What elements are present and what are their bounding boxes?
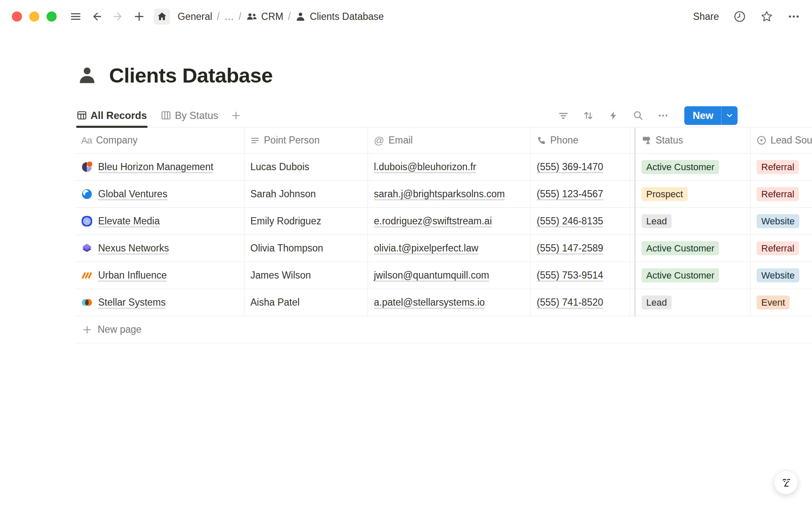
zoom-window-button[interactable] <box>47 11 57 22</box>
company-cell[interactable]: Stellar Systems <box>75 289 244 316</box>
breadcrumb-clients-database[interactable]: Clients Database <box>293 9 386 24</box>
ellipsis-icon[interactable] <box>787 10 800 23</box>
phone-link[interactable]: (555) 147-2589 <box>537 243 603 254</box>
email-cell[interactable]: e.rodriguez@swiftstream.ai <box>368 208 531 235</box>
source-cell[interactable]: Website <box>751 208 812 235</box>
phone-cell[interactable]: (555) 753-9514 <box>531 262 630 289</box>
chevron-down-icon[interactable] <box>721 106 738 125</box>
phone-link[interactable]: (555) 753-9514 <box>537 270 603 281</box>
new-button-label[interactable]: New <box>684 106 721 125</box>
status-cell[interactable]: Active Customer <box>636 154 751 180</box>
status-cell[interactable]: Lead <box>636 208 751 235</box>
email-link[interactable]: olivia.t@pixelperfect.law <box>374 243 478 254</box>
breadcrumb-ellipsis[interactable]: … <box>222 9 236 24</box>
home-button[interactable] <box>154 8 170 25</box>
email-link[interactable]: jwilson@quantumquill.com <box>374 270 489 281</box>
new-page-row[interactable]: New page <box>75 316 812 343</box>
phone-link[interactable]: (555) 741-8520 <box>537 297 603 308</box>
status-cell[interactable]: Active Customer <box>636 262 751 289</box>
new-button[interactable]: New <box>684 106 738 125</box>
column-header-phone[interactable]: Phone <box>531 127 630 153</box>
column-header-company[interactable]: AaCompany <box>75 127 244 153</box>
column-header-email[interactable]: @Email <box>368 127 531 153</box>
company-page-link[interactable]: Nexus Networks <box>98 243 169 254</box>
point-person-cell[interactable]: Lucas Dubois <box>244 154 368 180</box>
phone-cell[interactable]: (555) 147-2589 <box>531 235 630 262</box>
email-cell[interactable]: sarah.j@brightsparksolns.com <box>368 181 531 207</box>
tab-all-records[interactable]: All Records <box>77 104 147 127</box>
back-arrow-icon[interactable] <box>91 10 103 23</box>
filter-icon[interactable] <box>558 110 569 121</box>
source-badge[interactable]: Website <box>757 214 799 228</box>
email-cell[interactable]: l.dubois@bleuhorizon.fr <box>368 154 531 180</box>
status-cell[interactable]: Active Customer <box>636 235 751 262</box>
hamburger-icon[interactable] <box>69 10 82 23</box>
status-badge[interactable]: Active Customer <box>642 160 719 174</box>
breadcrumb-general[interactable]: General <box>175 9 215 24</box>
status-badge[interactable]: Lead <box>642 214 672 228</box>
tab-by-status[interactable]: By Status <box>161 104 218 127</box>
company-page-link[interactable]: Stellar Systems <box>98 297 166 308</box>
point-person-cell[interactable]: James Wilson <box>244 262 368 289</box>
column-header-source[interactable]: Lead Source <box>751 127 812 153</box>
email-link[interactable]: sarah.j@brightsparksolns.com <box>374 188 505 200</box>
status-badge[interactable]: Lead <box>642 295 672 309</box>
search-icon[interactable] <box>633 110 644 121</box>
clock-icon[interactable] <box>733 10 746 23</box>
new-tab-plus-icon[interactable] <box>133 10 145 23</box>
company-cell[interactable]: Global Ventures <box>75 181 244 207</box>
point-person-cell[interactable]: Emily Rodriguez <box>244 208 368 235</box>
point-person-cell[interactable]: Sarah Johnson <box>244 181 368 207</box>
email-link[interactable]: e.rodriguez@swiftstream.ai <box>374 215 492 227</box>
close-window-button[interactable] <box>12 11 22 22</box>
phone-cell[interactable]: (555) 369-1470 <box>531 154 630 180</box>
company-cell[interactable]: Elevate Media <box>75 208 244 235</box>
notion-ai-button[interactable] <box>774 470 798 494</box>
lightning-icon[interactable] <box>608 110 619 121</box>
add-view-button[interactable] <box>231 104 241 127</box>
phone-link[interactable]: (555) 246-8135 <box>537 215 603 227</box>
company-page-link[interactable]: Urban Influence <box>98 270 167 281</box>
sort-icon[interactable] <box>583 110 594 121</box>
status-badge[interactable]: Active Customer <box>642 268 719 282</box>
status-cell[interactable]: Lead <box>636 289 751 316</box>
email-link[interactable]: l.dubois@bleuhorizon.fr <box>374 161 476 173</box>
company-page-link[interactable]: Bleu Horizon Management <box>98 161 213 173</box>
company-page-link[interactable]: Global Ventures <box>98 188 167 200</box>
page-title-person-icon[interactable] <box>77 65 97 86</box>
source-cell[interactable]: Event <box>751 289 812 316</box>
status-cell[interactable]: Prospect <box>636 181 751 207</box>
phone-cell[interactable]: (555) 123-4567 <box>531 181 630 207</box>
minimize-window-button[interactable] <box>29 11 39 22</box>
source-cell[interactable]: Website <box>751 262 812 289</box>
company-page-link[interactable]: Elevate Media <box>98 215 160 227</box>
column-header-status[interactable]: Status <box>636 127 751 153</box>
source-cell[interactable]: Referral <box>751 235 812 262</box>
company-cell[interactable]: Urban Influence <box>75 262 244 289</box>
point-person-cell[interactable]: Olivia Thompson <box>244 235 368 262</box>
source-cell[interactable]: Referral <box>751 181 812 207</box>
phone-link[interactable]: (555) 369-1470 <box>537 161 603 173</box>
status-badge[interactable]: Active Customer <box>642 241 719 255</box>
email-cell[interactable]: a.patel@stellarsystems.io <box>368 289 531 316</box>
email-link[interactable]: a.patel@stellarsystems.io <box>374 297 485 308</box>
email-cell[interactable]: jwilson@quantumquill.com <box>368 262 531 289</box>
star-icon[interactable] <box>760 10 773 23</box>
source-badge[interactable]: Referral <box>757 241 799 255</box>
phone-link[interactable]: (555) 123-4567 <box>537 188 603 200</box>
phone-cell[interactable]: (555) 246-8135 <box>531 208 630 235</box>
company-cell[interactable]: Nexus Networks <box>75 235 244 262</box>
share-button[interactable]: Share <box>693 11 719 22</box>
status-badge[interactable]: Prospect <box>642 187 688 201</box>
source-badge[interactable]: Event <box>757 295 790 309</box>
source-badge[interactable]: Referral <box>757 187 799 201</box>
forward-arrow-icon[interactable] <box>112 10 124 23</box>
source-badge[interactable]: Website <box>757 268 799 282</box>
company-cell[interactable]: Bleu Horizon Management <box>75 154 244 180</box>
page-title[interactable]: Clients Database <box>109 64 273 87</box>
point-person-cell[interactable]: Aisha Patel <box>244 289 368 316</box>
phone-cell[interactable]: (555) 741-8520 <box>531 289 630 316</box>
breadcrumb-crm[interactable]: CRM <box>244 9 286 24</box>
source-badge[interactable]: Referral <box>757 160 799 174</box>
email-cell[interactable]: olivia.t@pixelperfect.law <box>368 235 531 262</box>
